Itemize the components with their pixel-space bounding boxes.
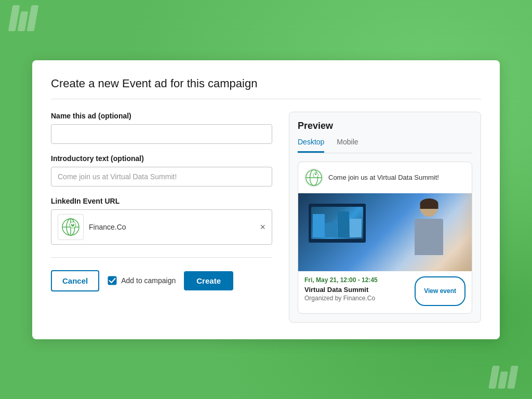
image-monitor-screen [311, 207, 363, 239]
url-value: Finance.Co [89, 223, 255, 231]
preview-section: Preview Desktop Mobile [289, 112, 481, 323]
url-field-group: LinkedIn Event URL [51, 197, 272, 245]
create-event-ad-modal: Create a new Event ad for this campaign … [32, 60, 500, 339]
preview-tabs: Desktop Mobile [298, 138, 472, 153]
chart-bar [313, 214, 325, 237]
tab-desktop[interactable]: Desktop [298, 138, 324, 153]
form-footer: Cancel Add to campaign Create [51, 270, 272, 291]
ad-card-preview: Come join us at Virtual Data Summit! [298, 162, 472, 314]
create-button[interactable]: Create [184, 271, 233, 290]
name-label: Name this ad (optional) [51, 112, 272, 120]
modal-body: Name this ad (optional) Introductory tex… [51, 112, 481, 323]
tab-mobile[interactable]: Mobile [337, 138, 358, 153]
add-to-campaign-label: Add to campaign [121, 276, 176, 285]
ad-card-footer: Fri, May 21, 12:00 - 12:45 Virtual Data … [298, 271, 472, 313]
name-input[interactable] [51, 124, 272, 144]
intro-label: Introductory text (optional) [51, 154, 272, 163]
preview-title: Preview [298, 121, 472, 131]
ad-event-image [298, 193, 472, 271]
url-clear-button[interactable]: × [260, 222, 265, 232]
form-section: Name this ad (optional) Introductory tex… [51, 112, 272, 323]
event-date: Fri, May 21, 12:00 - 12:45 [304, 276, 415, 284]
event-logo [58, 214, 84, 240]
form-divider [51, 257, 272, 258]
ad-card-header: Come join us at Virtual Data Summit! [298, 162, 472, 193]
intro-field-group: Introductory text (optional) [51, 154, 272, 187]
chart-bar [338, 211, 350, 237]
bg-logo-tl [10, 5, 36, 31]
checkbox-icon [108, 276, 117, 285]
bg-logo-br [490, 366, 516, 389]
url-field-container: Finance.Co × [51, 209, 272, 245]
ad-finance-co-logo-icon [305, 168, 323, 187]
image-person [415, 198, 456, 271]
chart-bar [325, 223, 337, 237]
ad-intro-text: Come join us at Virtual Data Summit! [328, 174, 439, 181]
image-monitor [309, 204, 366, 243]
view-event-row: Fri, May 21, 12:00 - 12:45 Virtual Data … [304, 276, 466, 306]
cancel-button[interactable]: Cancel [51, 270, 99, 291]
event-org: Organized by Finance.Co [304, 295, 415, 302]
image-person-body [415, 219, 443, 255]
ad-logo-small [304, 168, 323, 187]
intro-input[interactable] [51, 167, 272, 187]
add-to-campaign-checkbox[interactable]: Add to campaign [108, 276, 176, 285]
modal-title: Create a new Event ad for this campaign [51, 77, 481, 99]
image-bg-overlay [459, 193, 472, 271]
event-name: Virtual Data Summit [304, 286, 415, 294]
name-field-group: Name this ad (optional) [51, 112, 272, 144]
event-info: Fri, May 21, 12:00 - 12:45 Virtual Data … [304, 276, 415, 306]
url-label: LinkedIn Event URL [51, 197, 272, 205]
finance-co-logo-icon [61, 218, 80, 236]
chart-bar [350, 219, 362, 237]
image-person-hair [420, 198, 438, 209]
view-event-button[interactable]: View event [415, 276, 466, 306]
